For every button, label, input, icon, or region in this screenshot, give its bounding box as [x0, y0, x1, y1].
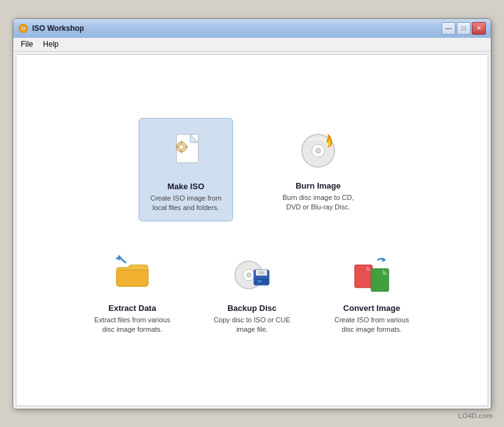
make-iso-icon-container: [161, 126, 211, 177]
maximize-button[interactable]: □: [457, 22, 471, 35]
menu-bar: File Help: [13, 38, 491, 52]
app-icon: [18, 23, 28, 33]
watermark: LO4D.com: [458, 412, 493, 419]
svg-point-15: [316, 148, 321, 153]
convert-image-desc: Create ISO from various disc image forma…: [332, 315, 411, 335]
svg-rect-11: [176, 146, 178, 148]
title-bar-left: ISO Workshop: [18, 23, 84, 33]
bottom-row: Extract Data Extract files from various …: [85, 240, 419, 342]
content-area: Make ISO Create ISO image from local fil…: [16, 54, 488, 406]
minimize-button[interactable]: —: [442, 22, 455, 35]
svg-rect-21: [259, 271, 264, 274]
close-button[interactable]: ✕: [472, 22, 486, 35]
svg-rect-10: [181, 150, 183, 153]
svg-rect-26: [371, 269, 389, 291]
title-bar: ISO Workshop — □ ✕: [13, 19, 491, 38]
svg-rect-24: [355, 265, 372, 288]
extract-data-desc: Extract files from various disc image fo…: [93, 315, 172, 335]
top-row: Make ISO Create ISO image from local fil…: [139, 118, 365, 221]
extract-data-title: Extract Data: [108, 303, 156, 313]
convert-image-title: Convert Image: [343, 303, 400, 313]
backup-disc-title: Backup Disc: [227, 303, 277, 313]
extract-data-icon-container: [107, 248, 158, 298]
make-iso-icon: [164, 129, 208, 173]
extract-data-card[interactable]: Extract Data Extract files from various …: [85, 240, 180, 342]
svg-rect-12: [185, 146, 188, 148]
make-iso-title: Make ISO: [168, 182, 205, 191]
burn-image-icon-container: [293, 126, 343, 176]
make-iso-desc: Create ISO image from local files and fo…: [147, 194, 225, 213]
window-title: ISO Workshop: [32, 24, 84, 33]
burn-image-icon: [296, 129, 340, 173]
menu-file[interactable]: File: [16, 38, 38, 50]
convert-image-icon: [350, 251, 394, 295]
svg-point-18: [247, 272, 251, 277]
backup-disc-desc: Copy disc to ISO or CUE image file.: [212, 315, 292, 335]
make-iso-card[interactable]: Make ISO Create ISO image from local fil…: [139, 118, 233, 221]
backup-disc-card[interactable]: Backup Disc Copy disc to ISO or CUE imag…: [205, 240, 299, 342]
title-buttons: — □ ✕: [442, 22, 486, 35]
main-window: ISO Workshop — □ ✕ File Help: [13, 18, 491, 409]
convert-image-card[interactable]: Convert Image Create ISO from various di…: [324, 240, 419, 342]
svg-point-2: [23, 27, 25, 29]
backup-disc-icon: [230, 251, 274, 295]
extract-data-icon: [110, 251, 154, 295]
backup-disc-icon-container: [227, 248, 277, 298]
svg-point-8: [180, 144, 184, 149]
burn-image-card[interactable]: Burn Image Burn disc image to CD, DVD or…: [271, 118, 365, 220]
burn-image-desc: Burn disc image to CD, DVD or Blu-ray Di…: [278, 193, 358, 213]
svg-rect-23: [257, 280, 262, 283]
svg-rect-9: [181, 141, 183, 143]
burn-image-title: Burn Image: [295, 181, 341, 190]
menu-help[interactable]: Help: [38, 38, 64, 50]
convert-image-icon-container: [346, 248, 397, 298]
